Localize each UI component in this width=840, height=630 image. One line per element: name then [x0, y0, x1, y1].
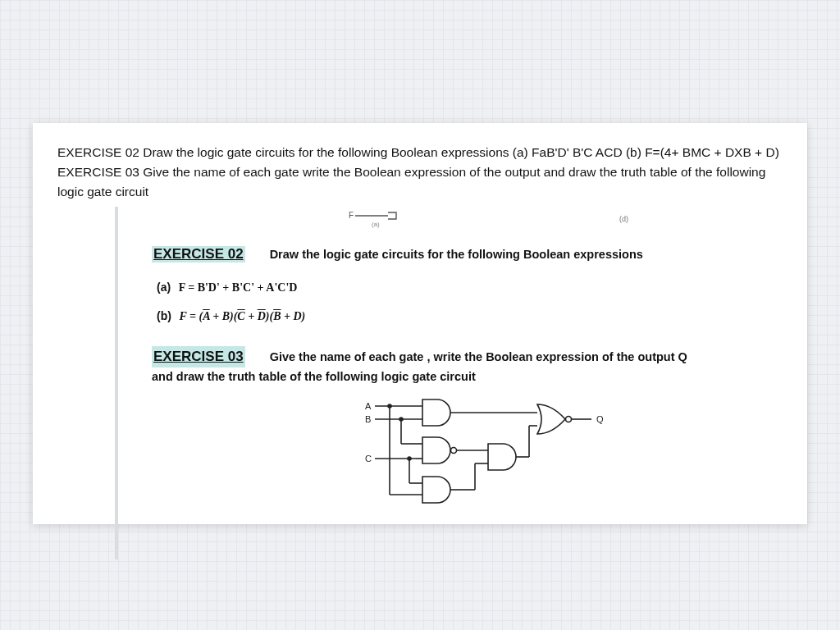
expr-part: +	[245, 310, 258, 322]
svg-point-10	[399, 418, 403, 421]
expr-D-bar: D	[258, 310, 266, 322]
exercise-03-text-1: Give the name of each gate , write the B…	[270, 350, 687, 363]
expr-part: F = (	[179, 310, 203, 322]
summary-text: EXERCISE 02 Draw the logic gate circuits…	[57, 143, 783, 202]
exercise-02-instruction: Draw the logic gate circuits for the fol…	[270, 248, 643, 261]
exercise-03-text-2: and draw the truth table of the followin…	[152, 368, 758, 386]
svg-point-17	[451, 447, 457, 453]
svg-point-13	[408, 457, 411, 460]
exercise-02-heading: EXERCISE 02	[152, 246, 245, 262]
exercise-02-item-b: (b) F = (A + B)(C + D)(B + D)	[157, 309, 758, 323]
svg-text:Q: Q	[596, 414, 604, 424]
item-b-label: (b)	[157, 309, 171, 322]
svg-text:(a): (a)	[372, 221, 380, 228]
top-figure-row: F (a) (d)	[349, 210, 758, 228]
svg-point-27	[566, 416, 572, 422]
expr-part: + B)(	[210, 310, 238, 322]
expr-C-bar: C	[237, 310, 244, 322]
exercise-03-heading: EXERCISE 03	[152, 346, 245, 368]
expr-A-bar: A	[203, 310, 210, 322]
item-a-expression: F = B'D' + B'C' + A'C'D	[179, 281, 298, 294]
svg-text:B: B	[365, 414, 371, 424]
svg-text:C: C	[365, 454, 372, 463]
item-a-label: (a)	[157, 281, 171, 294]
logic-circuit-diagram: A B C	[365, 398, 758, 516]
exercise-03-block: EXERCISE 03 Give the name of each gate ,…	[152, 346, 758, 516]
inner-content: F (a) (d) EXERCISE 02 Draw the logic gat…	[152, 210, 758, 516]
top-figure-a: F (a)	[349, 210, 406, 228]
top-figure-b: (d)	[619, 215, 628, 223]
expr-part: + D)	[281, 310, 305, 322]
exercise-02-item-a: (a) F = B'D' + B'C' + A'C'D	[157, 281, 758, 294]
exercise-02-line: EXERCISE 02 Draw the logic gate circuits…	[152, 246, 758, 262]
f-label: F	[349, 211, 354, 220]
document-card: EXERCISE 02 Draw the logic gate circuits…	[33, 123, 807, 524]
svg-point-8	[388, 404, 391, 408]
svg-text:A: A	[365, 401, 372, 411]
expr-part: )(	[266, 310, 273, 322]
item-b-expression: F = (A + B)(C + D)(B + D)	[179, 310, 305, 322]
left-rule	[115, 207, 118, 559]
